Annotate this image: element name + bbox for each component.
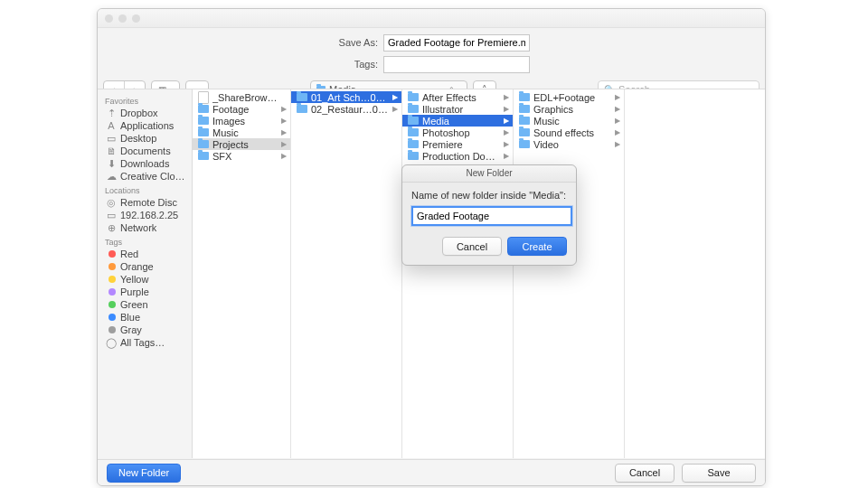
tag-dot-icon: [108, 288, 116, 296]
row-label: EDL+Footage: [533, 92, 595, 103]
row-label: 01_Art Sch…019-11-08: [311, 92, 389, 103]
sidebar-icon: ⬇: [107, 159, 116, 168]
sidebar-icon: ▭: [107, 211, 116, 220]
modal-create-button[interactable]: Create: [507, 237, 567, 256]
save-button[interactable]: Save: [682, 464, 756, 483]
folder-icon: [198, 152, 209, 160]
chevron-right-icon: ▶: [615, 93, 620, 101]
browser-row[interactable]: Music▶: [193, 127, 290, 138]
browser-row[interactable]: Projects▶: [193, 138, 290, 150]
sidebar-item-creative-cloud-files[interactable]: ☁Creative Cloud Files: [98, 170, 192, 183]
sidebar-item-label: Network: [120, 222, 156, 233]
sidebar-item-192-168-2-25[interactable]: ▭192.168.2.25: [98, 209, 192, 221]
sidebar-item-label: Creative Cloud Files: [120, 171, 186, 182]
browser-row[interactable]: Graphics▶: [514, 103, 624, 115]
folder-icon: [297, 93, 307, 101]
sidebar-item-dropbox[interactable]: ⇡Dropbox: [98, 107, 192, 119]
folder-icon: [519, 105, 530, 113]
sidebar-icon: ⇡: [107, 108, 116, 117]
chevron-right-icon: ▶: [504, 140, 509, 148]
browser-row[interactable]: After Effects▶: [402, 91, 513, 103]
sidebar-item-label: Remote Disc: [120, 197, 177, 208]
traffic-light-minimize[interactable]: [118, 14, 127, 23]
browser-row[interactable]: _ShareBrow…VolumeUID_: [193, 91, 290, 103]
sidebar-item-network[interactable]: ⊕Network: [98, 221, 192, 234]
sidebar-item-desktop[interactable]: ▭Desktop: [98, 132, 192, 145]
sidebar-tag-blue[interactable]: Blue: [98, 311, 192, 324]
browser-row[interactable]: Illustrator▶: [402, 103, 513, 115]
tags-label: Tags:: [98, 59, 383, 70]
browser-row[interactable]: Music▶: [514, 115, 624, 127]
tag-dot-icon: [108, 301, 116, 308]
modal-cancel-button[interactable]: Cancel: [442, 237, 502, 256]
column-2[interactable]: 01_Art Sch…019-11-08▶02_Restaur…019-12-1…: [291, 89, 402, 458]
folder-icon: [408, 117, 419, 125]
sidebar-item-all-tags[interactable]: ◯ All Tags…: [98, 336, 192, 349]
tags-input[interactable]: [383, 56, 530, 73]
browser-row[interactable]: Sound effects▶: [514, 127, 624, 138]
sidebar-tag-yellow[interactable]: Yellow: [98, 273, 192, 286]
browser-row[interactable]: EDL+Footage▶: [514, 91, 624, 103]
chevron-right-icon: ▶: [615, 117, 620, 125]
browser-row[interactable]: SFX▶: [193, 150, 290, 162]
row-label: Images: [212, 116, 245, 127]
row-label: Media: [422, 116, 449, 127]
sidebar-item-label: Downloads: [120, 158, 169, 169]
row-label: Music: [533, 116, 560, 127]
modal-prompt: Name of new folder inside "Media":: [411, 190, 567, 201]
sidebar-item-applications[interactable]: AApplications: [98, 119, 192, 132]
browser-row[interactable]: Photoshop▶: [402, 127, 513, 138]
sidebar-tag-orange[interactable]: Orange: [98, 260, 192, 273]
column-view: _ShareBrow…VolumeUID_Footage▶Images▶Musi…: [193, 89, 765, 458]
browser-row[interactable]: 02_Restaur…019-12-18▶: [291, 103, 401, 115]
tag-dot-icon: [108, 276, 116, 283]
sidebar-tag-purple[interactable]: Purple: [98, 286, 192, 298]
folder-icon: [198, 105, 209, 113]
column-5[interactable]: [625, 89, 765, 458]
row-label: Footage: [212, 104, 249, 115]
sidebar-tag-green[interactable]: Green: [98, 298, 192, 311]
sidebar-item-downloads[interactable]: ⬇Downloads: [98, 157, 192, 170]
row-label: Graphics: [533, 104, 573, 115]
row-label: Music: [212, 127, 239, 138]
save-as-input[interactable]: [383, 34, 530, 52]
column-4[interactable]: EDL+Footage▶Graphics▶Music▶Sound effects…: [514, 89, 625, 458]
sidebar-tag-gray[interactable]: Gray: [98, 324, 192, 336]
browser-body: Favorites ⇡DropboxAApplications▭Desktop🗎…: [98, 89, 765, 458]
chevron-right-icon: ▶: [504, 128, 509, 136]
sidebar-item-label: Documents: [120, 145, 171, 156]
column-3[interactable]: After Effects▶Illustrator▶Media▶Photosho…: [402, 89, 514, 458]
sidebar-icon: ☁: [107, 172, 116, 181]
cancel-button[interactable]: Cancel: [615, 464, 675, 483]
sidebar-tag-red[interactable]: Red: [98, 248, 192, 260]
folder-icon: [519, 140, 530, 148]
row-label: _ShareBrow…VolumeUID_: [212, 92, 287, 103]
new-folder-modal: New Folder Name of new folder inside "Me…: [401, 164, 577, 266]
browser-row[interactable]: Images▶: [193, 115, 290, 127]
chevron-right-icon: ▶: [615, 128, 620, 136]
sidebar-item-label: Red: [120, 249, 138, 259]
browser-row[interactable]: 01_Art Sch…019-11-08▶: [291, 91, 401, 103]
new-folder-name-input[interactable]: [411, 206, 572, 226]
column-1[interactable]: _ShareBrow…VolumeUID_Footage▶Images▶Musi…: [193, 89, 291, 458]
browser-row[interactable]: Production Documents▶: [402, 150, 513, 162]
sidebar-icon: ▭: [107, 134, 116, 143]
browser-row[interactable]: Footage▶: [193, 103, 290, 115]
folder-icon: [297, 105, 307, 113]
chevron-right-icon: ▶: [281, 140, 287, 148]
chevron-right-icon: ▶: [281, 128, 287, 136]
traffic-light-zoom[interactable]: [132, 14, 140, 23]
sidebar-item-label: Desktop: [120, 133, 156, 144]
row-label: 02_Restaur…019-12-18: [311, 104, 389, 115]
row-label: Illustrator: [422, 104, 463, 115]
browser-row[interactable]: Media▶: [402, 115, 513, 127]
sidebar-item-label: Yellow: [120, 274, 148, 285]
chevron-right-icon: ▶: [504, 93, 509, 101]
sidebar-item-documents[interactable]: 🗎Documents: [98, 145, 192, 157]
new-folder-button[interactable]: New Folder: [107, 464, 181, 483]
chevron-right-icon: ▶: [615, 105, 620, 113]
browser-row[interactable]: Video▶: [514, 138, 624, 150]
browser-row[interactable]: Premiere▶: [402, 138, 513, 150]
traffic-light-close[interactable]: [105, 14, 113, 23]
sidebar-item-remote-disc[interactable]: ◎Remote Disc: [98, 196, 192, 209]
